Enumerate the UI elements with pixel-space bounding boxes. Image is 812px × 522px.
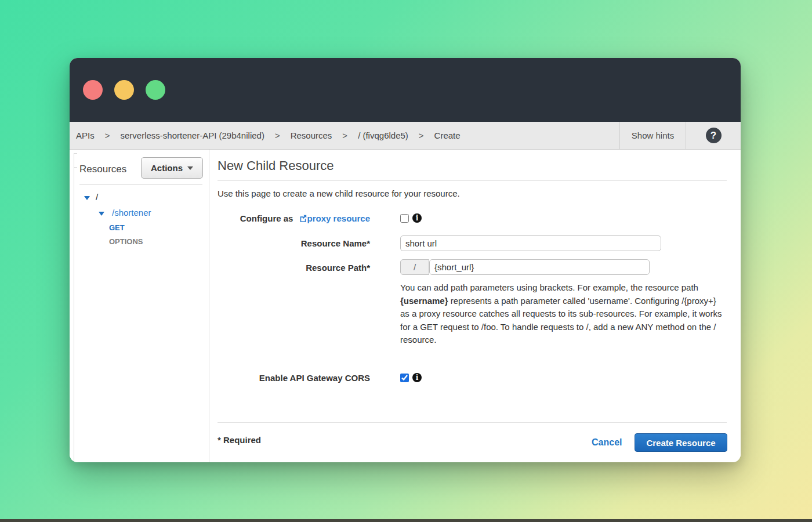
help-section: ? bbox=[686, 122, 741, 149]
configure-as-label: Configure as proxy resource bbox=[217, 213, 370, 224]
breadcrumb-item-apis[interactable]: APIs bbox=[76, 130, 95, 140]
footer-divider bbox=[217, 422, 727, 423]
sidebar-title: Resources bbox=[79, 164, 126, 175]
resource-name-label: Resource Name* bbox=[217, 238, 370, 248]
panel-edge-line bbox=[74, 153, 77, 462]
proxy-info-icon[interactable]: i bbox=[412, 213, 422, 223]
resource-path-input[interactable] bbox=[429, 259, 650, 275]
show-hints-button[interactable]: Show hints bbox=[619, 122, 686, 149]
external-link-icon[interactable] bbox=[299, 214, 307, 224]
resources-sidebar: Resources Actions / /shortener GET OPTIO… bbox=[70, 150, 209, 462]
help-icon[interactable]: ? bbox=[706, 128, 722, 143]
configure-as-text: Configure as bbox=[240, 213, 293, 223]
page-description: Use this page to create a new child reso… bbox=[217, 188, 460, 198]
console-content: Resources Actions / /shortener GET OPTIO… bbox=[70, 150, 741, 462]
sidebar-divider bbox=[79, 184, 202, 185]
tree-item-root-resource[interactable]: / bbox=[96, 192, 98, 202]
breadcrumb-bar: APIs > serverless-shortener-API (29b4nil… bbox=[70, 122, 741, 150]
proxy-resource-link[interactable]: proxy resource bbox=[307, 213, 370, 223]
title-divider bbox=[217, 180, 727, 181]
cors-label: Enable API Gateway CORS bbox=[217, 373, 370, 383]
path-help-text: You can add path parameters using bracke… bbox=[400, 281, 723, 347]
zoom-window-button[interactable] bbox=[146, 80, 165, 100]
browser-window: APIs > serverless-shortener-API (29b4nil… bbox=[70, 58, 741, 462]
tree-collapse-icon-root[interactable] bbox=[84, 196, 90, 200]
breadcrumb-item-create: Create bbox=[434, 130, 461, 140]
create-resource-button[interactable]: Create Resource bbox=[635, 433, 727, 452]
actions-dropdown-button[interactable]: Actions bbox=[141, 157, 203, 179]
traffic-lights bbox=[83, 80, 165, 100]
breadcrumb-separator: > bbox=[275, 130, 280, 140]
actions-button-label: Actions bbox=[151, 163, 183, 173]
resource-name-input[interactable] bbox=[400, 235, 661, 251]
breadcrumb-item-resource-path[interactable]: / (fivqg6lde5) bbox=[358, 130, 408, 140]
caret-down-icon bbox=[187, 166, 193, 170]
tree-item-shortener-resource[interactable]: /shortener bbox=[112, 208, 151, 217]
resource-path-label: Resource Path* bbox=[217, 263, 370, 273]
breadcrumb-separator: > bbox=[105, 130, 110, 140]
screen-bottom-strip bbox=[0, 519, 812, 522]
minimize-window-button[interactable] bbox=[114, 80, 134, 100]
tree-item-get-method[interactable]: GET bbox=[109, 223, 125, 232]
breadcrumb-item-resources[interactable]: Resources bbox=[291, 130, 332, 140]
tree-collapse-icon-shortener[interactable] bbox=[99, 212, 104, 216]
window-titlebar bbox=[70, 58, 741, 122]
resource-path-prefix: / bbox=[400, 259, 429, 275]
new-child-resource-pane: New Child Resource Use this page to crea… bbox=[209, 150, 741, 462]
breadcrumb-item-api-name[interactable]: serverless-shortener-API (29b4nilied) bbox=[120, 130, 264, 140]
path-help-part1: You can add path parameters using bracke… bbox=[400, 282, 698, 292]
required-note: * Required bbox=[217, 435, 261, 445]
cancel-button[interactable]: Cancel bbox=[592, 437, 622, 448]
cors-checkbox[interactable] bbox=[400, 374, 409, 382]
breadcrumb: APIs > serverless-shortener-API (29b4nil… bbox=[70, 122, 619, 149]
breadcrumb-separator: > bbox=[342, 130, 347, 140]
page-title: New Child Resource bbox=[217, 158, 334, 173]
path-help-part2: represents a path parameter called 'user… bbox=[400, 296, 722, 345]
tree-item-options-method[interactable]: OPTIONS bbox=[109, 237, 143, 246]
breadcrumb-separator: > bbox=[419, 130, 424, 140]
cors-info-icon[interactable]: i bbox=[412, 373, 422, 382]
path-help-bold: {username} bbox=[400, 296, 448, 306]
show-hints-label: Show hints bbox=[632, 130, 674, 140]
close-window-button[interactable] bbox=[83, 80, 103, 100]
configure-proxy-checkbox[interactable] bbox=[400, 214, 409, 223]
